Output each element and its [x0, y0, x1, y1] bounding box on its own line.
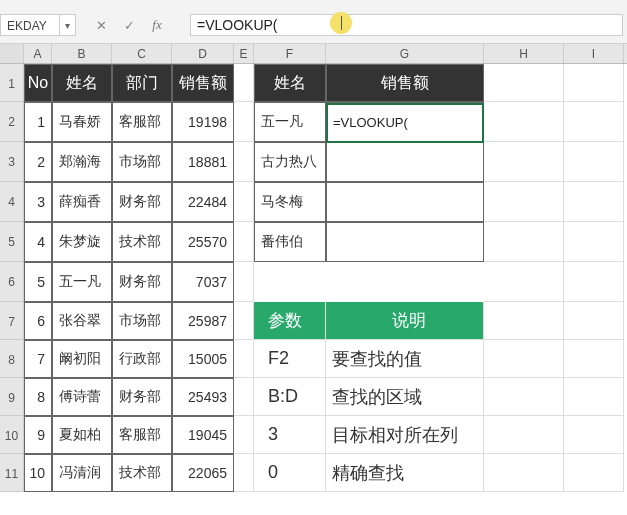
row-header[interactable]: 2: [0, 102, 24, 142]
row-header[interactable]: 5: [0, 222, 24, 262]
cell[interactable]: [234, 378, 254, 416]
cell[interactable]: [326, 142, 484, 182]
lookup-header-sales[interactable]: 销售额: [326, 64, 484, 102]
cell[interactable]: [564, 222, 624, 262]
cell[interactable]: 4: [24, 222, 52, 262]
cell[interactable]: 7037: [172, 262, 234, 302]
cell[interactable]: 2: [24, 142, 52, 182]
cell[interactable]: 25493: [172, 378, 234, 416]
row-header[interactable]: 6: [0, 262, 24, 302]
cell[interactable]: 客服部: [112, 416, 172, 454]
col-header-B[interactable]: B: [52, 44, 112, 63]
cell[interactable]: 朱梦旋: [52, 222, 112, 262]
cell[interactable]: 22065: [172, 454, 234, 492]
cell[interactable]: 张谷翠: [52, 302, 112, 340]
spreadsheet-grid[interactable]: A B C D E F G H I 1 No 姓名 部门 销售额 姓名 销售额 …: [0, 44, 627, 492]
fx-icon[interactable]: fx: [148, 16, 166, 34]
cell[interactable]: 五一凡: [52, 262, 112, 302]
cell[interactable]: 8: [24, 378, 52, 416]
cell[interactable]: [234, 416, 254, 454]
desc-cell[interactable]: 精确查找: [326, 454, 484, 492]
cell[interactable]: 22484: [172, 182, 234, 222]
cell[interactable]: 五一凡: [254, 102, 326, 142]
row-header[interactable]: 9: [0, 378, 24, 416]
cell[interactable]: 市场部: [112, 302, 172, 340]
desc-cell[interactable]: 目标相对所在列: [326, 416, 484, 454]
cell[interactable]: 冯清润: [52, 454, 112, 492]
cell[interactable]: [484, 102, 564, 142]
cell[interactable]: [484, 142, 564, 182]
desc-header[interactable]: 说明: [326, 302, 484, 340]
cell[interactable]: [234, 182, 254, 222]
cell[interactable]: [484, 262, 564, 302]
header-dept[interactable]: 部门: [112, 64, 172, 102]
header-no[interactable]: No: [24, 64, 52, 102]
cell[interactable]: [234, 340, 254, 378]
name-box[interactable]: EKDAY: [0, 14, 60, 36]
param-header[interactable]: 参数: [254, 302, 326, 340]
cell[interactable]: [564, 64, 624, 102]
cell[interactable]: 技术部: [112, 454, 172, 492]
row-header[interactable]: 3: [0, 142, 24, 182]
cell[interactable]: 薛痴香: [52, 182, 112, 222]
param-cell[interactable]: F2: [254, 340, 326, 378]
param-cell[interactable]: 0: [254, 454, 326, 492]
cell[interactable]: 傅诗蕾: [52, 378, 112, 416]
row-header[interactable]: 4: [0, 182, 24, 222]
cell[interactable]: 番伟伯: [254, 222, 326, 262]
cell[interactable]: 古力热八: [254, 142, 326, 182]
cell[interactable]: 夏如柏: [52, 416, 112, 454]
cell[interactable]: 19198: [172, 102, 234, 142]
desc-cell[interactable]: 查找的区域: [326, 378, 484, 416]
cell[interactable]: 15005: [172, 340, 234, 378]
col-header-E[interactable]: E: [234, 44, 254, 63]
row-header[interactable]: 7: [0, 302, 24, 340]
cell[interactable]: 10: [24, 454, 52, 492]
cell[interactable]: 19045: [172, 416, 234, 454]
cell[interactable]: 9: [24, 416, 52, 454]
cell[interactable]: 财务部: [112, 262, 172, 302]
cell[interactable]: [234, 454, 254, 492]
cell[interactable]: 行政部: [112, 340, 172, 378]
cell[interactable]: [234, 262, 254, 302]
cell[interactable]: 马冬梅: [254, 182, 326, 222]
cell[interactable]: 3: [24, 182, 52, 222]
cell[interactable]: [564, 102, 624, 142]
cell[interactable]: [484, 340, 564, 378]
select-all-corner[interactable]: [0, 44, 24, 63]
cell[interactable]: [564, 340, 624, 378]
cell[interactable]: [254, 262, 326, 302]
cell[interactable]: 5: [24, 262, 52, 302]
cell[interactable]: 18881: [172, 142, 234, 182]
col-header-I[interactable]: I: [564, 44, 624, 63]
desc-cell[interactable]: 要查找的值: [326, 340, 484, 378]
cell[interactable]: [326, 182, 484, 222]
cell[interactable]: [564, 302, 624, 340]
lookup-header-name[interactable]: 姓名: [254, 64, 326, 102]
cell[interactable]: 财务部: [112, 182, 172, 222]
cell[interactable]: [564, 182, 624, 222]
cell[interactable]: [234, 222, 254, 262]
param-cell[interactable]: B:D: [254, 378, 326, 416]
col-header-C[interactable]: C: [112, 44, 172, 63]
cell[interactable]: 财务部: [112, 378, 172, 416]
param-cell[interactable]: 3: [254, 416, 326, 454]
cell[interactable]: [234, 142, 254, 182]
row-header[interactable]: 8: [0, 340, 24, 378]
cell[interactable]: [234, 302, 254, 340]
cell[interactable]: [484, 416, 564, 454]
row-header[interactable]: 11: [0, 454, 24, 492]
cell[interactable]: [564, 378, 624, 416]
cell[interactable]: 25987: [172, 302, 234, 340]
formula-bar-input[interactable]: =VLOOKUP(: [190, 14, 623, 36]
header-name[interactable]: 姓名: [52, 64, 112, 102]
col-header-D[interactable]: D: [172, 44, 234, 63]
cancel-icon[interactable]: ✕: [92, 16, 110, 34]
cell[interactable]: 6: [24, 302, 52, 340]
row-header[interactable]: 10: [0, 416, 24, 454]
column-headers[interactable]: A B C D E F G H I: [0, 44, 627, 64]
header-sales[interactable]: 销售额: [172, 64, 234, 102]
cell[interactable]: [484, 454, 564, 492]
name-box-dropdown-icon[interactable]: ▾: [60, 14, 76, 36]
cell[interactable]: 客服部: [112, 102, 172, 142]
